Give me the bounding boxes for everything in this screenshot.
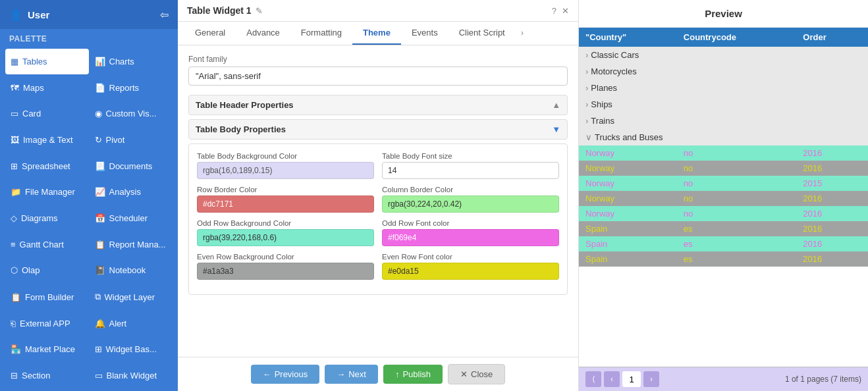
sidebar-item-alert[interactable]: 🔔 Alert — [90, 311, 173, 336]
sidebar-item-tables[interactable]: ▦ Tables — [5, 49, 89, 74]
current-page: 1 — [622, 371, 641, 387]
sidebar-item-image-text[interactable]: 🖼 Image & Text — [5, 127, 89, 153]
col-country: "Country" — [579, 28, 677, 47]
table-row[interactable]: ›Classic Cars — [579, 47, 868, 63]
header-section-caret: ▲ — [552, 100, 560, 110]
sidebar-item-analysis[interactable]: 📈 Analysis — [90, 179, 173, 205]
sidebar-item-file-manager[interactable]: 📁 File Manager — [5, 179, 89, 205]
publish-button[interactable]: ↑ Publish — [383, 365, 443, 384]
sidebar-item-image-text-label: Image & Text — [23, 135, 73, 145]
gantt-icon: ≡ — [11, 240, 16, 249]
edit-title-icon[interactable]: ✎ — [256, 6, 263, 16]
content-area: Font family "Arial", sans-serif Table He… — [178, 45, 578, 357]
sidebar-item-olap[interactable]: ⬡ Olap — [5, 258, 89, 284]
sidebar-item-form-builder[interactable]: 📋 Form Builder — [5, 284, 89, 310]
odd-font-group: Odd Row Font color #f069e4 — [382, 219, 559, 246]
even-font-label: Even Row Font color — [382, 253, 559, 261]
sidebar-item-section[interactable]: ⊟ Section — [5, 363, 89, 388]
table-row: Norwayno2016 — [579, 161, 868, 176]
odd-bg-value[interactable]: rgba(39,220,168,0.6) — [197, 229, 374, 246]
font-family-value[interactable]: "Arial", sans-serif — [188, 66, 568, 86]
table-row: Norwayno2015 — [579, 176, 868, 191]
font-family-label: Font family — [188, 55, 568, 64]
even-font-value[interactable]: #e0da15 — [382, 263, 559, 280]
sidebar-item-scheduler[interactable]: 📅 Scheduler — [90, 205, 173, 231]
form-builder-icon: 📋 — [11, 292, 21, 302]
sidebar-item-notebook[interactable]: 📓 Notebook — [90, 258, 173, 284]
sidebar-item-card-label: Card — [22, 109, 41, 118]
preview-panel: Preview "Country" Countrycode Order ›Cla… — [578, 0, 868, 391]
next-button[interactable]: → Next — [325, 365, 378, 384]
table-row[interactable]: ›Ships — [579, 96, 868, 113]
sidebar-item-charts[interactable]: 📊 Charts — [90, 49, 173, 74]
even-bg-value[interactable]: #a1a3a3 — [197, 263, 374, 280]
next-page-button[interactable]: › — [643, 371, 659, 387]
sidebar-item-external-app-label: External APP — [20, 319, 70, 328]
tab-formatting[interactable]: Formatting — [290, 22, 352, 45]
expand-icon: › — [585, 50, 588, 60]
sidebar-collapse-icon[interactable]: ⇦ — [160, 9, 169, 21]
odd-font-value[interactable]: #f069e4 — [382, 229, 559, 246]
documents-icon: 📃 — [95, 161, 105, 171]
table-row[interactable]: ∨Trucks and Buses — [579, 129, 868, 145]
sidebar-item-pivot[interactable]: ↻ Pivot — [90, 127, 173, 153]
sidebar-item-documents[interactable]: 📃 Documents — [90, 153, 173, 179]
sidebar-item-olap-label: Olap — [22, 265, 40, 275]
tab-events[interactable]: Events — [401, 22, 448, 45]
table-header-section-label: Table Header Properties — [196, 100, 294, 110]
sidebar-item-tables-label: Tables — [22, 57, 47, 66]
palette-label: Palette — [0, 29, 178, 46]
diagrams-icon: ◇ — [11, 213, 17, 223]
sidebar: 👤 User ⇦ Palette ▦ Tables 📊 Charts 🗺 Map… — [0, 0, 178, 391]
tab-general[interactable]: General — [184, 22, 236, 45]
tab-theme[interactable]: Theme — [352, 22, 401, 45]
body-bg-color-value[interactable]: rgba(16,0,189,0.15) — [197, 162, 374, 179]
sidebar-item-analysis-label: Analysis — [109, 187, 141, 197]
sidebar-item-reports[interactable]: 📄 Reports — [90, 75, 173, 101]
preview-table-area: "Country" Countrycode Order ›Classic Car… — [579, 28, 868, 367]
sidebar-item-custom-vis[interactable]: ◉ Custom Vis... — [90, 101, 173, 126]
preview-table-scroll[interactable]: "Country" Countrycode Order ›Classic Car… — [579, 28, 868, 367]
sidebar-item-maps[interactable]: 🗺 Maps — [5, 75, 89, 101]
help-icon[interactable]: ? — [552, 6, 556, 16]
maps-icon: 🗺 — [11, 83, 19, 93]
table-body-properties-section[interactable]: Table Body Properties ▼ — [188, 119, 568, 140]
row-border-value[interactable]: #dc7171 — [197, 195, 374, 213]
body-font-size-label: Table Body Font size — [382, 152, 559, 160]
sidebar-item-market-place[interactable]: 🏪 Market Place — [5, 337, 89, 363]
body-font-size-value[interactable]: 14 — [382, 162, 559, 179]
first-page-button[interactable]: ⟨ — [585, 371, 601, 387]
next-button-label: Next — [348, 369, 366, 379]
blank-widget-icon: ▭ — [95, 371, 103, 380]
sidebar-item-external-app[interactable]: ⎗ External APP — [5, 311, 89, 336]
sidebar-item-custom-vis-label: Custom Vis... — [106, 109, 157, 118]
sidebar-item-card[interactable]: ▭ Card — [5, 101, 89, 126]
sidebar-item-report-manager-label: Report Mana... — [109, 240, 166, 249]
sidebar-item-widget-bas[interactable]: ⊞ Widget Bas... — [90, 337, 173, 363]
sidebar-item-diagrams[interactable]: ◇ Diagrams — [5, 205, 89, 231]
table-header-properties-section[interactable]: Table Header Properties ▲ — [188, 95, 568, 115]
table-row: Norwayno2016 — [579, 145, 868, 161]
col-border-value[interactable]: rgba(30,224,20,0.42) — [382, 195, 559, 213]
table-row[interactable]: ›Planes — [579, 80, 868, 96]
tab-more-icon[interactable]: › — [516, 22, 529, 45]
table-row[interactable]: ›Motorcycles — [579, 63, 868, 80]
sidebar-item-widget-layer[interactable]: ⧉ Widget Layer — [90, 284, 173, 310]
close-dialog-icon[interactable]: ✕ — [562, 6, 569, 16]
widget-bas-icon: ⊞ — [95, 344, 102, 354]
expand-icon: › — [585, 116, 588, 126]
sidebar-item-spreadsheet[interactable]: ⊞ Spreadsheet — [5, 153, 89, 179]
sidebar-item-blank-widget[interactable]: ▭ Blank Widget — [90, 363, 173, 388]
table-row[interactable]: ›Trains — [579, 113, 868, 129]
tab-advance[interactable]: Advance — [236, 22, 290, 45]
tab-client-script[interactable]: Client Script — [448, 22, 516, 45]
close-button[interactable]: ✕ Close — [448, 364, 505, 384]
external-app-icon: ⎗ — [11, 319, 16, 328]
sidebar-item-spreadsheet-label: Spreadsheet — [22, 161, 70, 171]
previous-button[interactable]: ← Previous — [251, 365, 320, 384]
sidebar-item-gantt[interactable]: ≡ Gantt Chart — [5, 232, 89, 257]
pivot-icon: ↻ — [95, 135, 102, 145]
body-bg-color-group: Table Body Background Color rgba(16,0,18… — [197, 152, 374, 179]
sidebar-item-report-manager[interactable]: 📋 Report Mana... — [90, 232, 173, 257]
prev-page-button[interactable]: ‹ — [604, 371, 620, 387]
